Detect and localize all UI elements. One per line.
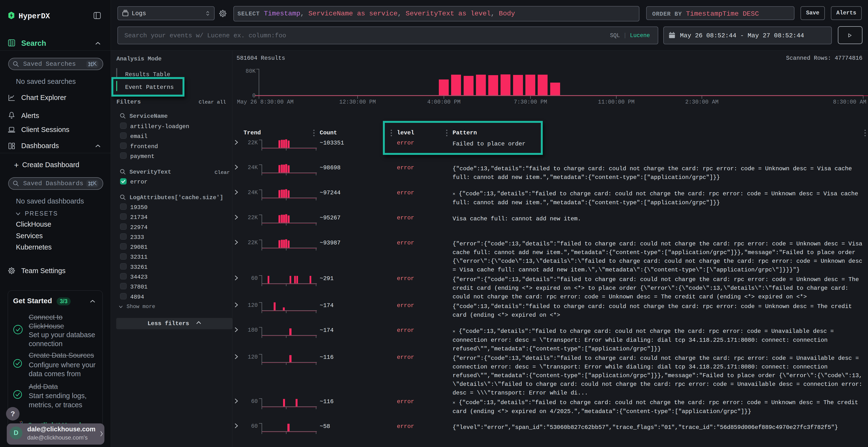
svg-text:24K: 24K: [248, 165, 258, 171]
svg-text:24K: 24K: [248, 190, 258, 196]
svg-text:11:00:00 PM: 11:00:00 PM: [598, 99, 634, 105]
svg-text:7:30:00 PM: 7:30:00 PM: [514, 99, 547, 105]
svg-text:12:30:00 PM: 12:30:00 PM: [339, 99, 376, 105]
svg-text:May 26 8:30:00 AM: May 26 8:30:00 AM: [237, 99, 294, 105]
svg-text:120: 120: [248, 354, 258, 360]
svg-text:120: 120: [248, 302, 258, 309]
svg-text:22K: 22K: [248, 240, 258, 246]
svg-text:60: 60: [251, 275, 258, 281]
svg-text:60: 60: [251, 423, 258, 429]
svg-text:8:30:00 AM: 8:30:00 AM: [833, 99, 866, 105]
svg-text:22K: 22K: [248, 215, 258, 221]
svg-text:60: 60: [251, 398, 258, 405]
svg-text:22K: 22K: [248, 140, 258, 146]
svg-text:4:00:00 PM: 4:00:00 PM: [427, 99, 461, 105]
svg-text:80K: 80K: [246, 68, 256, 74]
svg-text:2:30:00 AM: 2:30:00 AM: [685, 99, 718, 105]
svg-text:180: 180: [248, 327, 258, 333]
